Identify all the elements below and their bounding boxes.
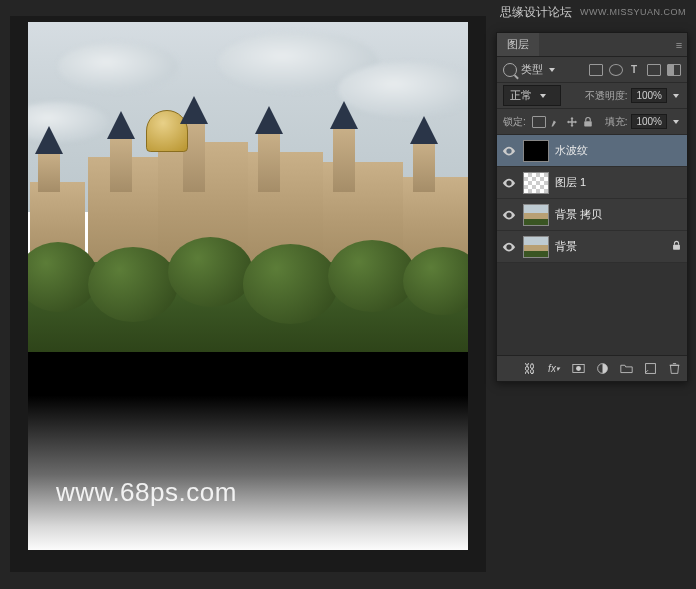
lock-icon — [671, 240, 683, 253]
layer-list-empty — [497, 263, 687, 355]
opacity-label: 不透明度: — [585, 89, 628, 103]
trees-region — [28, 262, 468, 352]
layer-thumbnail[interactable] — [523, 204, 549, 226]
layer-name[interactable]: 背景 — [555, 239, 665, 254]
visibility-icon[interactable] — [501, 239, 517, 255]
visibility-icon[interactable] — [501, 143, 517, 159]
lock-brush-icon[interactable] — [550, 116, 562, 128]
header-watermark: 思缘设计论坛 WWW.MISSYUAN.COM — [486, 0, 696, 24]
fx-icon[interactable]: fx▾ — [547, 362, 561, 376]
watermark-text: www.68ps.com — [56, 477, 237, 508]
filter-smart-icon[interactable] — [667, 64, 681, 76]
layer-thumbnail[interactable] — [523, 236, 549, 258]
layer-row[interactable]: 水波纹 — [497, 135, 687, 167]
fill-dropdown-icon[interactable] — [671, 117, 681, 127]
filter-type-label: 类型 — [521, 62, 543, 77]
svg-point-3 — [576, 366, 581, 371]
link-layers-icon[interactable]: ⛓ — [523, 362, 537, 376]
filter-dropdown-icon[interactable] — [547, 65, 557, 75]
blend-row: 正常 不透明度: 100% — [497, 83, 687, 109]
adjustment-icon[interactable] — [595, 362, 609, 376]
filter-type-icon[interactable]: T — [627, 64, 641, 75]
search-icon[interactable] — [503, 63, 517, 77]
blend-mode-select[interactable]: 正常 — [503, 85, 561, 106]
site-url: WWW.MISSYUAN.COM — [580, 7, 686, 17]
panel-footer: ⛓ fx▾ — [497, 355, 687, 381]
svg-rect-0 — [584, 121, 592, 126]
layer-filter-row: 类型 T — [497, 57, 687, 83]
layer-row[interactable]: 背景 拷贝 — [497, 199, 687, 231]
svg-rect-1 — [673, 245, 680, 250]
blend-mode-value: 正常 — [510, 88, 532, 103]
visibility-icon[interactable] — [501, 175, 517, 191]
lock-position-icon[interactable] — [566, 116, 578, 128]
document[interactable]: www.68ps.com — [28, 22, 468, 550]
filter-shape-icon[interactable] — [647, 64, 661, 76]
lock-label: 锁定: — [503, 115, 526, 129]
lock-all-icon[interactable] — [582, 116, 594, 128]
fill-value[interactable]: 100% — [631, 114, 667, 129]
lock-row: 锁定: 填充: 100% — [497, 109, 687, 135]
layer-name[interactable]: 图层 1 — [555, 175, 683, 190]
fill-label: 填充: — [605, 115, 628, 129]
trash-icon[interactable] — [667, 362, 681, 376]
layer-name[interactable]: 背景 拷贝 — [555, 207, 683, 222]
layer-row[interactable]: 图层 1 — [497, 167, 687, 199]
chevron-down-icon — [538, 91, 548, 101]
site-name: 思缘设计论坛 — [500, 4, 572, 21]
layer-thumbnail[interactable] — [523, 140, 549, 162]
mask-icon[interactable] — [571, 362, 585, 376]
layers-panel: 图层 ≡ 类型 T 正常 不透明度: 100% 锁定: — [496, 32, 688, 382]
lock-transparency-icon[interactable] — [532, 116, 546, 128]
svg-rect-5 — [645, 364, 655, 374]
new-layer-icon[interactable] — [643, 362, 657, 376]
layer-list: 水波纹 图层 1 背景 拷贝 背景 — [497, 135, 687, 355]
panel-menu-icon[interactable]: ≡ — [671, 39, 687, 51]
opacity-dropdown-icon[interactable] — [671, 91, 681, 101]
layer-row[interactable]: 背景 — [497, 231, 687, 263]
opacity-value[interactable]: 100% — [631, 88, 667, 103]
gradient-layer — [28, 352, 468, 550]
filter-pixel-icon[interactable] — [589, 64, 603, 76]
canvas-area[interactable]: www.68ps.com — [10, 16, 486, 572]
group-icon[interactable] — [619, 362, 633, 376]
filter-adjust-icon[interactable] — [609, 64, 623, 76]
panel-tabbar: 图层 ≡ — [497, 33, 687, 57]
visibility-icon[interactable] — [501, 207, 517, 223]
layer-thumbnail[interactable] — [523, 172, 549, 194]
panel-tab-layers[interactable]: 图层 — [497, 33, 539, 56]
layer-name[interactable]: 水波纹 — [555, 143, 683, 158]
